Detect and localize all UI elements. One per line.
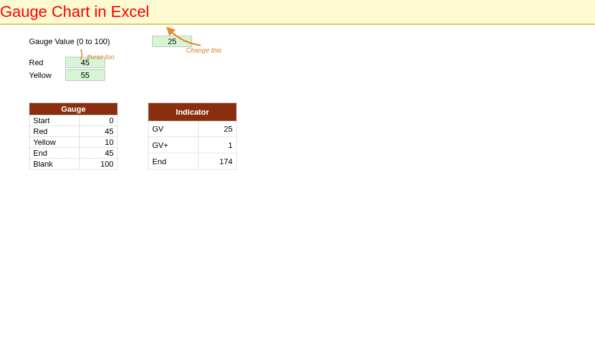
- table-row: End174: [149, 153, 237, 170]
- annot-these-too: these too: [87, 53, 114, 60]
- page-title: Gauge Chart in Excel: [0, 2, 595, 21]
- indicator-table-header: Indicator: [149, 103, 237, 121]
- table-row: Blank100: [30, 159, 118, 170]
- yellow-input[interactable]: 55: [65, 69, 105, 81]
- table-row: Yellow10: [30, 137, 118, 148]
- indicator-table: Indicator GV25 GV+1 End174: [148, 103, 237, 170]
- annot-change-this: Change this: [186, 46, 222, 54]
- page-header: Gauge Chart in Excel: [0, 0, 595, 25]
- gauge-value-label: Gauge Value (0 to 100): [29, 37, 126, 46]
- bracket-icon: }: [77, 50, 86, 57]
- table-row: GV+1: [149, 137, 237, 153]
- yellow-label: Yellow: [29, 71, 65, 80]
- gauge-table-header: Gauge: [30, 103, 118, 115]
- table-row: End45: [30, 148, 118, 159]
- table-row: Red45: [30, 126, 118, 137]
- red-label: Red: [29, 58, 65, 67]
- gauge-table: Gauge Start0 Red45 Yellow10 End45 Blank1…: [29, 103, 118, 170]
- table-row: Start0: [30, 115, 118, 126]
- table-row: GV25: [149, 121, 237, 137]
